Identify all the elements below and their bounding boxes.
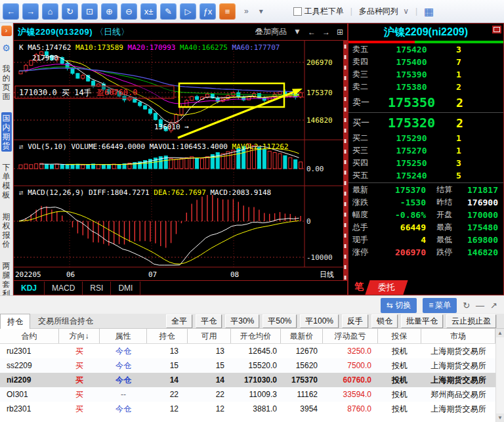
table-row[interactable]: ni2209买今仓1414171030.017537060760.0投机上海期货… bbox=[0, 373, 495, 387]
position-action-button[interactable]: 批量平仓 bbox=[401, 314, 443, 328]
switch-button[interactable]: ⇆切换 bbox=[381, 298, 417, 313]
position-action-button[interactable]: 全平 bbox=[166, 314, 192, 328]
book-level-label: 买二 bbox=[348, 133, 377, 144]
price-chart[interactable]: K MA5:174762 MA10:173589 MA20:170993 MA4… bbox=[14, 41, 347, 280]
ask-row[interactable]: 卖五1754203 bbox=[348, 43, 503, 56]
restore-window-icon[interactable] bbox=[492, 26, 501, 33]
column-header[interactable]: 合约 bbox=[0, 329, 59, 343]
column-header[interactable]: 可用 bbox=[188, 329, 231, 343]
zoom-in-icon[interactable]: ⊕ bbox=[101, 3, 117, 20]
tab-orders[interactable]: 委托 bbox=[365, 280, 408, 295]
bid-row[interactable]: 买三1752701 bbox=[348, 144, 503, 157]
back-icon[interactable]: ← bbox=[3, 3, 19, 20]
sidebar-item-active[interactable]: 国内期货 bbox=[1, 112, 12, 152]
position-action-button[interactable]: 平100% bbox=[300, 314, 339, 328]
position-action-button[interactable]: 云止损止盈 bbox=[446, 314, 496, 328]
gear-icon[interactable]: ⚙ bbox=[1, 43, 12, 53]
zoom-out-icon[interactable]: ⊖ bbox=[121, 3, 137, 20]
indicator-tabs: KDJMACDRSIDMI bbox=[14, 280, 347, 295]
sidebar-expand-icon[interactable]: › bbox=[1, 26, 12, 36]
order-book: 卖五1754203卖四1754007卖三1753901卖二1753802卖一17… bbox=[348, 43, 503, 182]
more-tools-icon[interactable]: » bbox=[244, 7, 249, 16]
tab-positions[interactable]: 持仓 bbox=[0, 314, 30, 329]
crop-icon[interactable]: ⊡ bbox=[81, 3, 98, 20]
book-level-label: 买一 bbox=[348, 117, 377, 129]
book-level-label: 卖三 bbox=[348, 69, 377, 80]
table-cell: 11162 bbox=[281, 390, 323, 399]
sidebar-item-plain[interactable]: 下单模板 bbox=[1, 161, 12, 201]
ask-row[interactable]: 卖二1753802 bbox=[348, 81, 503, 93]
table-row[interactable]: OI301买--222211009.31116233594.0投机郑州商品交易所 bbox=[0, 387, 495, 402]
popout-icon[interactable]: ↗ bbox=[490, 301, 497, 310]
ask1-row[interactable]: 卖一1753502 bbox=[348, 93, 503, 112]
tab-exchange-combo-positions[interactable]: 交易所组合持仓 bbox=[30, 316, 101, 327]
scroll-up-icon[interactable]: ▲ bbox=[496, 329, 504, 337]
sidebar-item-plain[interactable]: 我的页面 bbox=[1, 63, 12, 102]
indicator-tab-rsi[interactable]: RSI bbox=[83, 282, 111, 295]
formula-icon[interactable]: x± bbox=[140, 3, 157, 20]
column-header[interactable]: 浮动盈亏 bbox=[323, 329, 378, 343]
column-header[interactable]: 投保 bbox=[378, 329, 421, 343]
column-header[interactable]: 市场 bbox=[421, 329, 495, 343]
position-action-button[interactable]: 锁仓 bbox=[371, 314, 398, 328]
toolbar-order-checkbox[interactable]: 工具栏下单 bbox=[293, 6, 344, 17]
column-header[interactable]: 最新价 bbox=[281, 329, 323, 343]
checkbox-icon[interactable] bbox=[293, 7, 302, 16]
toolbar-dropdown-icon[interactable]: ▾ bbox=[259, 7, 263, 16]
multi-symbol-dropdown[interactable]: 多品种同列 ∨ bbox=[359, 6, 409, 17]
overlay-symbol-button[interactable]: 叠加商品▼ bbox=[249, 26, 301, 37]
sidebar-item-plain[interactable]: 期权报价 bbox=[1, 211, 12, 250]
home-icon[interactable]: ⌂ bbox=[42, 3, 58, 20]
function-icon[interactable]: ƒx bbox=[200, 3, 216, 20]
next-symbol-icon[interactable]: → bbox=[322, 28, 330, 37]
tab-tick[interactable]: 笔 bbox=[354, 281, 364, 293]
table-row[interactable]: rb2301买今仓12123881.039548760.0投机上海期货交易所 bbox=[0, 402, 495, 416]
minimize-icon[interactable]: — bbox=[476, 301, 484, 310]
ask-row[interactable]: 卖四1754007 bbox=[348, 56, 503, 68]
scroll-down-icon[interactable]: ▼ bbox=[496, 413, 504, 422]
play-icon[interactable]: ▷ bbox=[180, 3, 196, 20]
bid-row[interactable]: 买二1752901 bbox=[348, 132, 503, 144]
book-price: 175320 bbox=[377, 115, 446, 131]
indicator-tab-macd[interactable]: MACD bbox=[45, 282, 83, 295]
grid-layout-icon[interactable]: ▦ bbox=[424, 5, 434, 18]
refresh-icon[interactable]: ↻ bbox=[62, 3, 78, 20]
column-header[interactable]: 属性 bbox=[100, 329, 147, 343]
book-level-label: 买三 bbox=[348, 145, 377, 156]
position-action-button[interactable]: 平30% bbox=[225, 314, 259, 328]
position-action-button[interactable]: 反手 bbox=[342, 314, 368, 328]
book-level-label: 卖四 bbox=[348, 56, 377, 68]
bid-row[interactable]: 买五1752405 bbox=[348, 169, 503, 182]
table-row[interactable]: ss2209买今仓151515520.0156207500.0投机上海期货交易所 bbox=[0, 358, 495, 373]
prev-symbol-icon[interactable]: ← bbox=[308, 28, 316, 37]
indicator-tab-kdj[interactable]: KDJ bbox=[14, 282, 45, 295]
column-header[interactable]: 持仓 bbox=[147, 329, 188, 343]
table-cell: 22 bbox=[147, 390, 188, 399]
column-header[interactable]: 开仓均价 bbox=[231, 329, 281, 343]
table-cell: 投机 bbox=[378, 389, 421, 400]
refresh-icon[interactable]: ↻ bbox=[463, 301, 470, 310]
split-window-icon[interactable]: ⊞ bbox=[337, 28, 343, 37]
book-price: 175240 bbox=[377, 171, 446, 180]
sidebar-item-plain[interactable]: 两腿套利 bbox=[1, 260, 12, 299]
bid-row[interactable]: 买四1752503 bbox=[348, 157, 503, 169]
column-header[interactable]: 方向↓ bbox=[59, 329, 100, 343]
svg-text:206970: 206970 bbox=[306, 58, 333, 67]
ask-row[interactable]: 卖三1753901 bbox=[348, 68, 503, 81]
bid1-row[interactable]: 买一1753202 bbox=[348, 114, 503, 132]
position-action-button[interactable]: 平仓 bbox=[196, 314, 222, 328]
book-price: 175380 bbox=[377, 82, 446, 92]
edit-icon[interactable]: ✎ bbox=[160, 3, 177, 20]
table-scrollbar[interactable]: ▲ ▼ bbox=[495, 329, 504, 422]
table-cell: -- bbox=[100, 390, 147, 399]
forward-icon[interactable]: → bbox=[22, 3, 39, 20]
menu-button[interactable]: ≡菜单 bbox=[423, 298, 457, 313]
indicator-tab-dmi[interactable]: DMI bbox=[111, 282, 140, 295]
table-cell: 郑州商品交易所 bbox=[421, 389, 495, 400]
svg-text:-10000: -10000 bbox=[306, 253, 333, 262]
position-action-button[interactable]: 平50% bbox=[262, 314, 297, 328]
chart-panel: 沪镍2209(013209) 〈日线〉 叠加商品▼ ← → ⊞ K MA5:17… bbox=[13, 23, 348, 295]
quote-list-icon[interactable]: ≡ bbox=[219, 3, 236, 20]
book-qty: 2 bbox=[446, 82, 503, 92]
table-row[interactable]: ru2301买今仓131312645.0126703250.0投机上海期货交易所 bbox=[0, 344, 495, 358]
